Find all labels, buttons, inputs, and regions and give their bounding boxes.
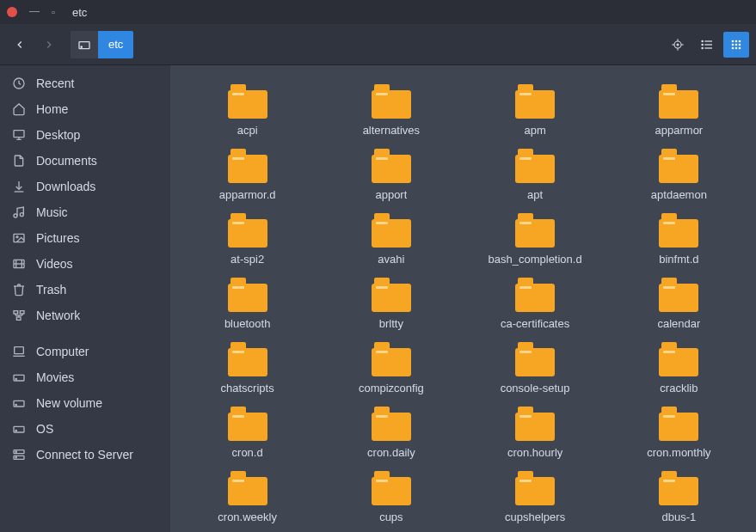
clock-icon — [12, 76, 26, 90]
sidebar-item-os[interactable]: OS — [0, 416, 170, 442]
sidebar: RecentHomeDesktopDocumentsDownloadsMusic… — [0, 65, 170, 532]
sidebar-item-label: New volume — [36, 396, 102, 410]
sidebar-item-downloads[interactable]: Downloads — [0, 174, 170, 199]
server-icon — [12, 448, 26, 462]
svg-rect-37 — [20, 311, 24, 314]
folder-item[interactable]: apparmor — [609, 81, 749, 140]
sidebar-item-videos[interactable]: Videos — [0, 251, 170, 277]
sidebar-item-documents[interactable]: Documents — [0, 148, 170, 174]
view-list-button[interactable] — [694, 32, 720, 58]
sidebar-item-label: Recent — [36, 76, 74, 90]
network-icon — [12, 309, 26, 322]
folder-item[interactable]: apport — [321, 145, 461, 205]
folder-item[interactable]: console-setup — [465, 339, 605, 398]
sidebar-item-recent[interactable]: Recent — [0, 70, 170, 96]
sidebar-item-label: Movies — [36, 370, 74, 384]
music-icon — [12, 205, 26, 219]
sidebar-item-desktop[interactable]: Desktop — [0, 122, 170, 148]
folder-item[interactable]: apm — [465, 81, 605, 140]
sidebar-item-pictures[interactable]: Pictures — [0, 225, 170, 251]
folder-icon — [228, 407, 267, 441]
folder-label: brltty — [379, 317, 403, 330]
sidebar-item-network[interactable]: Network — [0, 303, 170, 328]
folder-item[interactable]: ca-certificates — [465, 274, 605, 333]
svg-point-1 — [81, 46, 82, 47]
folder-label: dbus-1 — [662, 511, 697, 523]
minimize-window-button[interactable]: — — [29, 5, 40, 17]
svg-point-13 — [702, 47, 703, 48]
svg-point-16 — [739, 40, 741, 42]
view-grid-button[interactable] — [723, 32, 749, 58]
folder-item[interactable]: bluetooth — [177, 274, 317, 333]
maximize-window-button[interactable]: ▫ — [52, 7, 55, 17]
folder-icon — [372, 84, 411, 119]
content-area[interactable]: acpialternativesapmapparmorapparmor.dapp… — [170, 65, 756, 532]
folder-label: apm — [524, 124, 545, 137]
folder-item[interactable]: cron.daily — [321, 403, 461, 462]
folder-icon — [515, 342, 555, 376]
folder-item[interactable]: aptdaemon — [609, 145, 749, 205]
folder-icon — [515, 213, 555, 248]
folder-item[interactable]: cupshelpers — [465, 468, 605, 527]
sidebar-item-movies[interactable]: Movies — [0, 364, 170, 390]
drive-icon — [12, 370, 26, 384]
folder-item[interactable]: apt — [465, 145, 605, 205]
sidebar-item-music[interactable]: Music — [0, 199, 170, 225]
folder-item[interactable]: cron.hourly — [465, 403, 605, 462]
folder-label: avahi — [378, 253, 404, 266]
folder-item[interactable]: cron.monthly — [609, 403, 749, 462]
svg-point-15 — [735, 40, 738, 42]
svg-point-53 — [15, 451, 16, 452]
folder-icon — [372, 213, 411, 248]
folder-label: cron.d — [232, 446, 263, 459]
folder-item[interactable]: dbus-1 — [609, 468, 749, 527]
folder-item[interactable]: cups — [321, 468, 461, 527]
folder-icon — [659, 213, 698, 248]
folder-label: acpi — [237, 124, 258, 137]
svg-point-28 — [14, 214, 17, 217]
folder-item[interactable]: cracklib — [609, 339, 749, 398]
folder-item[interactable]: bash_completion.d — [465, 210, 605, 269]
sidebar-item-home[interactable]: Home — [0, 96, 170, 122]
folder-item[interactable]: acpi — [177, 81, 317, 140]
folder-item[interactable]: cron.d — [177, 403, 317, 462]
folder-label: cron.monthly — [647, 446, 710, 459]
download-icon — [12, 180, 26, 193]
folder-icon — [515, 84, 555, 119]
folder-item[interactable]: avahi — [321, 210, 461, 269]
video-icon — [12, 257, 26, 271]
sidebar-item-trash[interactable]: Trash — [0, 277, 170, 303]
folder-item[interactable]: compizconfig — [321, 339, 461, 398]
sidebar-item-connect-to-server[interactable]: Connect to Server — [0, 442, 170, 468]
path-bar: etc — [71, 31, 133, 58]
svg-point-17 — [732, 43, 734, 46]
folder-icon — [659, 342, 698, 376]
folder-item[interactable]: chatscripts — [177, 339, 317, 398]
folder-icon — [372, 149, 411, 183]
sidebar-item-computer[interactable]: Computer — [0, 339, 170, 364]
svg-rect-43 — [15, 347, 24, 354]
folder-item[interactable]: apparmor.d — [177, 145, 317, 205]
folder-icon — [228, 342, 267, 376]
folder-item[interactable]: binfmt.d — [609, 210, 749, 269]
svg-point-20 — [732, 46, 734, 49]
folder-item[interactable]: at-spi2 — [177, 210, 317, 269]
path-root-button[interactable] — [71, 31, 98, 58]
folder-item[interactable]: calendar — [609, 274, 749, 333]
folder-icon — [372, 278, 411, 312]
drive-icon — [77, 38, 91, 52]
computer-icon — [12, 345, 26, 358]
folder-item[interactable]: cron.weekly — [177, 468, 317, 527]
folder-item[interactable]: alternatives — [321, 81, 461, 140]
close-window-button[interactable] — [7, 7, 17, 17]
focus-location-button[interactable] — [665, 32, 691, 58]
svg-point-19 — [739, 43, 741, 46]
nav-back-button[interactable] — [7, 32, 33, 58]
folder-label: apport — [375, 188, 407, 201]
path-segment-current[interactable]: etc — [98, 31, 133, 58]
folder-label: compizconfig — [359, 382, 424, 394]
nav-forward-button[interactable] — [36, 32, 62, 58]
sidebar-item-new-volume[interactable]: New volume — [0, 390, 170, 416]
folder-item[interactable]: brltty — [321, 274, 461, 333]
folder-label: cron.weekly — [218, 511, 277, 523]
